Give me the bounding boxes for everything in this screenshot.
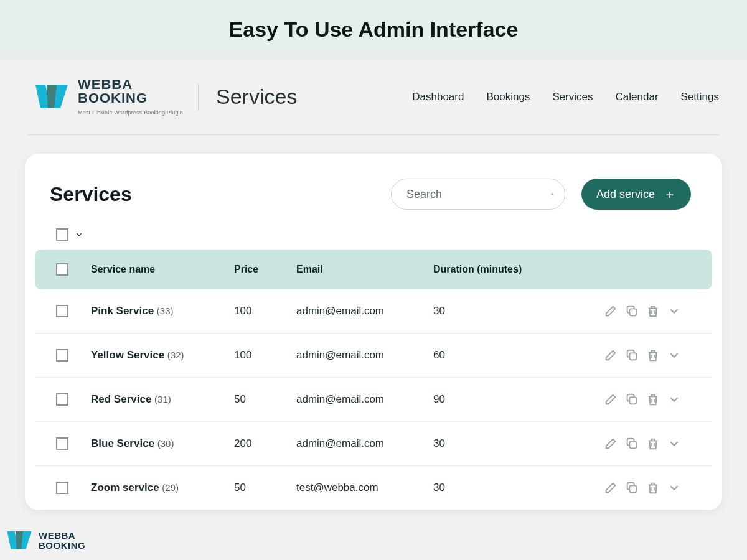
table-row: Blue Service (30) 200 admin@email.com 30 <box>35 422 712 466</box>
cell-duration: 60 <box>433 349 558 362</box>
svg-rect-19 <box>629 485 636 492</box>
row-checkbox[interactable] <box>56 305 68 317</box>
edit-icon[interactable] <box>604 348 618 362</box>
copy-icon[interactable] <box>625 393 639 406</box>
edit-icon[interactable] <box>604 481 618 495</box>
promo-banner: Easy To Use Admin Interface <box>0 0 747 59</box>
col-email: Email <box>296 264 433 275</box>
row-checkbox[interactable] <box>56 349 68 362</box>
brand-name-line1: WEBBA <box>78 78 183 91</box>
copy-icon[interactable] <box>625 437 639 450</box>
select-all-checkbox[interactable] <box>56 228 68 241</box>
nav-dashboard[interactable]: Dashboard <box>412 91 464 103</box>
table-row: Zoom service (29) 50 test@webba.com 30 <box>35 466 712 510</box>
services-card: Services Add service ＋ Service name Pric… <box>25 154 722 510</box>
cell-price: 200 <box>234 437 296 450</box>
row-actions <box>558 348 681 362</box>
webba-logo-icon-small <box>6 528 32 554</box>
svg-point-0 <box>552 194 553 195</box>
row-actions <box>558 437 681 450</box>
cell-service-name: Zoom service (29) <box>91 482 234 494</box>
search-icon <box>551 187 553 201</box>
expand-icon[interactable] <box>667 304 681 318</box>
add-service-button[interactable]: Add service ＋ <box>581 179 691 210</box>
cell-email: admin@email.com <box>296 349 433 362</box>
expand-icon[interactable] <box>667 348 681 362</box>
expand-icon[interactable] <box>667 437 681 450</box>
footer-brand-text: WEBBA BOOKING <box>39 531 85 551</box>
page-title: Services <box>216 85 297 109</box>
delete-icon[interactable] <box>646 304 660 318</box>
header-checkbox[interactable] <box>56 263 68 276</box>
cell-email: admin@email.com <box>296 437 433 450</box>
webba-logo-icon <box>34 80 69 114</box>
cell-duration: 30 <box>433 305 558 317</box>
table-body: Pink Service (33) 100 admin@email.com 30… <box>25 289 722 510</box>
cell-price: 100 <box>234 349 296 362</box>
copy-icon[interactable] <box>625 304 639 318</box>
table-row: Red Service (31) 50 admin@email.com 90 <box>35 378 712 422</box>
cell-duration: 30 <box>433 482 558 494</box>
delete-icon[interactable] <box>646 393 660 406</box>
main-nav: Dashboard Bookings Services Calendar Set… <box>412 91 719 103</box>
table-row: Pink Service (33) 100 admin@email.com 30 <box>35 289 712 334</box>
expand-icon[interactable] <box>667 481 681 495</box>
svg-rect-15 <box>629 441 636 448</box>
row-checkbox[interactable] <box>56 482 68 494</box>
brand-logo: WEBBA BOOKING Most Flexible Wordpress Bo… <box>34 78 183 116</box>
header: WEBBA BOOKING Most Flexible Wordpress Bo… <box>0 59 747 128</box>
footer-brand: WEBBA BOOKING <box>6 528 85 554</box>
col-price: Price <box>234 264 296 275</box>
chevron-down-icon[interactable] <box>75 230 83 239</box>
row-checkbox[interactable] <box>56 393 68 406</box>
cell-duration: 90 <box>433 393 558 406</box>
search-field[interactable] <box>391 179 565 210</box>
plus-icon: ＋ <box>664 188 676 200</box>
table-row: Yellow Service (32) 100 admin@email.com … <box>35 334 712 378</box>
row-checkbox[interactable] <box>56 437 68 450</box>
copy-icon[interactable] <box>625 348 639 362</box>
search-input[interactable] <box>406 188 551 201</box>
brand-name-line2: BOOKING <box>78 91 183 105</box>
nav-bookings[interactable]: Bookings <box>486 91 530 103</box>
cell-email: admin@email.com <box>296 393 433 406</box>
cell-service-name: Pink Service (33) <box>91 305 234 317</box>
cell-price: 100 <box>234 305 296 317</box>
nav-settings[interactable]: Settings <box>681 91 719 103</box>
header-rule <box>28 134 719 135</box>
header-divider <box>198 83 199 111</box>
edit-icon[interactable] <box>604 393 618 406</box>
svg-rect-11 <box>629 397 636 404</box>
table-header: Service name Price Email Duration (minut… <box>35 250 712 289</box>
bulk-select <box>25 228 722 250</box>
svg-line-1 <box>553 195 553 195</box>
nav-services[interactable]: Services <box>552 91 593 103</box>
cell-price: 50 <box>234 393 296 406</box>
svg-rect-7 <box>629 353 636 360</box>
row-actions <box>558 481 681 495</box>
card-toolbar: Services Add service ＋ <box>25 179 722 228</box>
delete-icon[interactable] <box>646 481 660 495</box>
delete-icon[interactable] <box>646 348 660 362</box>
brand-tagline: Most Flexible Wordpress Booking Plugin <box>78 110 183 116</box>
edit-icon[interactable] <box>604 304 618 318</box>
col-service-name: Service name <box>91 264 234 275</box>
edit-icon[interactable] <box>604 437 618 450</box>
cell-service-name: Blue Service (30) <box>91 437 234 450</box>
col-duration: Duration (minutes) <box>433 263 558 276</box>
banner-title: Easy To Use Admin Interface <box>229 17 519 42</box>
cell-email: admin@email.com <box>296 305 433 317</box>
expand-icon[interactable] <box>667 393 681 406</box>
copy-icon[interactable] <box>625 481 639 495</box>
cell-service-name: Yellow Service (32) <box>91 349 234 362</box>
nav-calendar[interactable]: Calendar <box>616 91 659 103</box>
cell-price: 50 <box>234 482 296 494</box>
cell-service-name: Red Service (31) <box>91 393 234 406</box>
add-service-label: Add service <box>596 188 655 201</box>
cell-email: test@webba.com <box>296 482 433 494</box>
brand-text: WEBBA BOOKING Most Flexible Wordpress Bo… <box>78 78 183 116</box>
delete-icon[interactable] <box>646 437 660 450</box>
row-actions <box>558 393 681 406</box>
row-actions <box>558 304 681 318</box>
card-title: Services <box>50 183 132 206</box>
